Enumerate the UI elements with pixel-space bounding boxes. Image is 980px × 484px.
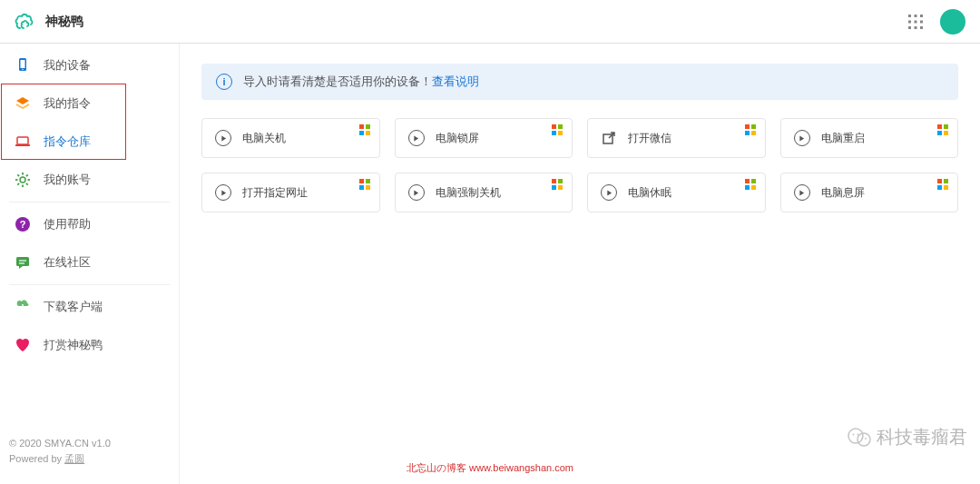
- avatar[interactable]: [940, 9, 965, 35]
- card-label: 电脑休眠: [628, 185, 671, 201]
- svg-rect-25: [16, 257, 29, 266]
- svg-rect-6: [908, 26, 911, 29]
- card-label: 打开指定网址: [242, 185, 308, 201]
- svg-rect-51: [552, 185, 556, 190]
- notice-link[interactable]: 查看说明: [432, 74, 479, 88]
- svg-rect-35: [558, 131, 563, 135]
- help-icon: ?: [15, 216, 31, 232]
- svg-rect-0: [908, 15, 911, 17]
- svg-rect-41: [937, 124, 942, 129]
- svg-rect-40: [751, 131, 756, 135]
- laptop-icon: [15, 133, 31, 150]
- svg-rect-44: [944, 131, 948, 135]
- footer: © 2020 SMYA.CN v1.0 Powered by 孟圆: [9, 436, 111, 468]
- sidebar-item-devices[interactable]: 我的设备: [0, 49, 179, 82]
- command-card[interactable]: 电脑强制关机: [395, 173, 573, 212]
- play-icon: [215, 130, 231, 146]
- sidebar-item-donate[interactable]: 打赏神秘鸭: [0, 329, 179, 361]
- svg-rect-45: [359, 179, 364, 183]
- logo-icon: [15, 11, 36, 33]
- svg-rect-3: [908, 20, 911, 23]
- sidebar: 我的设备 我的指令 指令仓库 我的账号 ? 使用帮助 在线社区 下: [0, 44, 180, 484]
- svg-point-62: [858, 433, 870, 446]
- card-label: 电脑重启: [821, 131, 865, 146]
- card-label: 电脑息屏: [821, 185, 865, 201]
- svg-line-20: [26, 183, 28, 185]
- svg-point-61: [848, 429, 863, 443]
- command-card[interactable]: 电脑锁屏: [395, 118, 573, 158]
- svg-point-11: [22, 69, 23, 70]
- powered-link[interactable]: 孟圆: [64, 453, 84, 464]
- windows-icon: [359, 179, 370, 190]
- sidebar-item-account[interactable]: 我的账号: [0, 163, 179, 196]
- command-card[interactable]: 电脑休眠: [587, 173, 766, 212]
- open-icon: [601, 130, 617, 146]
- sidebar-item-label: 我的账号: [44, 172, 91, 188]
- sidebar-item-label: 在线社区: [44, 254, 91, 271]
- sidebar-item-label: 我的指令: [44, 95, 91, 112]
- svg-rect-30: [359, 131, 364, 135]
- sidebar-item-commands[interactable]: 我的指令: [0, 87, 179, 120]
- apps-icon[interactable]: [907, 14, 924, 30]
- svg-point-66: [865, 438, 867, 440]
- svg-line-22: [26, 174, 28, 176]
- svg-rect-29: [366, 124, 370, 129]
- svg-rect-60: [944, 185, 948, 190]
- svg-rect-39: [745, 131, 750, 135]
- command-card[interactable]: 电脑重启: [780, 118, 959, 158]
- download-icon: [15, 299, 31, 315]
- svg-rect-50: [558, 179, 563, 183]
- app-title: 神秘鸭: [45, 14, 83, 30]
- notice-text: 导入时请看清楚是否适用你的设备！查看说明: [243, 74, 479, 90]
- svg-rect-52: [558, 185, 563, 190]
- powered-by: Powered by 孟圆: [9, 451, 111, 468]
- header-right: [907, 9, 965, 35]
- sidebar-item-warehouse[interactable]: 指令仓库: [0, 125, 179, 158]
- info-icon: i: [216, 74, 232, 90]
- windows-icon: [937, 124, 948, 135]
- cards-grid: 电脑关机电脑锁屏打开微信电脑重启打开指定网址电脑强制关机电脑休眠电脑息屏: [201, 118, 958, 212]
- sidebar-item-label: 使用帮助: [44, 216, 91, 232]
- sidebar-item-community[interactable]: 在线社区: [0, 246, 179, 279]
- svg-line-21: [17, 183, 19, 185]
- sidebar-item-label: 下载客户端: [44, 299, 103, 315]
- blog-link[interactable]: www.beiwangshan.com: [469, 462, 573, 473]
- card-label: 电脑关机: [242, 131, 286, 146]
- svg-rect-33: [558, 124, 563, 129]
- svg-rect-55: [745, 185, 750, 190]
- windows-icon: [937, 179, 948, 190]
- svg-rect-5: [920, 20, 923, 23]
- watermark: 科技毒瘤君: [848, 425, 967, 449]
- play-icon: [408, 130, 425, 146]
- command-card[interactable]: 打开微信: [587, 118, 766, 158]
- sidebar-divider: [9, 202, 170, 202]
- command-card[interactable]: 打开指定网址: [201, 173, 380, 212]
- header: 神秘鸭: [0, 0, 980, 44]
- svg-point-63: [853, 433, 855, 435]
- card-label: 电脑锁屏: [436, 131, 479, 146]
- svg-point-14: [20, 177, 25, 183]
- svg-point-65: [861, 438, 863, 440]
- svg-rect-2: [920, 15, 923, 17]
- svg-line-19: [17, 174, 19, 176]
- chat-icon: [15, 254, 31, 271]
- command-card[interactable]: 电脑息屏: [780, 173, 959, 212]
- svg-rect-1: [915, 15, 917, 17]
- svg-rect-59: [937, 185, 942, 190]
- windows-icon: [552, 124, 563, 135]
- header-left: 神秘鸭: [15, 11, 83, 33]
- svg-rect-56: [751, 185, 756, 190]
- windows-icon: [359, 124, 370, 135]
- svg-rect-49: [552, 179, 556, 183]
- sidebar-item-help[interactable]: ? 使用帮助: [0, 208, 179, 241]
- sidebar-item-label: 我的设备: [44, 57, 91, 74]
- command-card[interactable]: 电脑关机: [201, 118, 380, 158]
- play-icon: [794, 184, 810, 201]
- svg-rect-8: [920, 26, 923, 29]
- sidebar-item-label: 指令仓库: [44, 133, 91, 150]
- sidebar-item-download[interactable]: 下载客户端: [0, 291, 179, 323]
- play-icon: [215, 184, 231, 201]
- heart-icon: [15, 337, 31, 353]
- svg-rect-13: [15, 144, 30, 146]
- svg-rect-42: [944, 124, 948, 129]
